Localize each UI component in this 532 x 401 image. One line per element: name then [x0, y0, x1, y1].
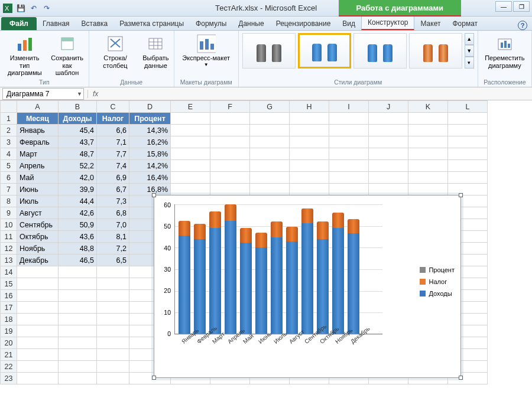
select-data-button[interactable]: Выбрать данные: [141, 33, 170, 70]
cell[interactable]: [329, 125, 369, 136]
chevron-down-icon[interactable]: ▼: [77, 91, 82, 97]
row-header[interactable]: 18: [1, 314, 17, 325]
bar-segment-tax[interactable]: [225, 204, 236, 220]
cell[interactable]: Март: [17, 148, 59, 160]
restore-button[interactable]: ❐: [513, 1, 530, 12]
cell[interactable]: [59, 337, 97, 349]
cell[interactable]: 16,4%: [129, 172, 171, 184]
bar[interactable]: [317, 221, 329, 334]
switch-row-col-button[interactable]: Строка/столбец: [93, 33, 138, 70]
change-chart-type-button[interactable]: Изменить тип диаграммы: [4, 33, 46, 78]
row-header[interactable]: 14: [1, 266, 17, 278]
cell[interactable]: [369, 125, 408, 136]
cell[interactable]: [171, 184, 210, 195]
cell[interactable]: [329, 172, 369, 184]
cell[interactable]: [59, 266, 97, 278]
cell[interactable]: 7,4: [97, 160, 129, 172]
bar-segment-tax[interactable]: [317, 221, 329, 239]
cell[interactable]: 42,0: [59, 172, 97, 184]
cell[interactable]: [290, 136, 329, 148]
cell[interactable]: Май: [17, 172, 59, 184]
cell[interactable]: 6,8: [97, 207, 129, 219]
cell[interactable]: Процент: [129, 113, 171, 125]
tab-formulas[interactable]: Формулы: [190, 17, 232, 30]
cell[interactable]: 15,8%: [129, 148, 171, 160]
bar[interactable]: [301, 208, 313, 334]
cell[interactable]: [448, 160, 488, 172]
bar-segment-income[interactable]: [179, 236, 190, 334]
cell[interactable]: [448, 148, 488, 160]
tab-format[interactable]: Формат: [446, 17, 484, 30]
row-header[interactable]: 11: [1, 231, 17, 243]
cell[interactable]: [369, 148, 408, 160]
cell[interactable]: 7,0: [97, 219, 129, 231]
cell[interactable]: [17, 361, 59, 373]
cell[interactable]: [171, 148, 210, 160]
cell[interactable]: [97, 302, 129, 314]
tab-page-layout[interactable]: Разметка страницы: [113, 17, 190, 30]
cell[interactable]: 16,8%: [129, 184, 171, 195]
cell[interactable]: [369, 172, 408, 184]
cell[interactable]: 7,7: [97, 148, 129, 160]
row-header[interactable]: 7: [1, 184, 17, 195]
col-header-D[interactable]: D: [129, 101, 171, 113]
plot-area[interactable]: [174, 204, 382, 334]
cell[interactable]: [59, 302, 97, 314]
legend-item-income[interactable]: Доходы: [420, 290, 455, 297]
cell[interactable]: [59, 325, 97, 337]
row-header[interactable]: 3: [1, 136, 17, 148]
cell[interactable]: [290, 160, 329, 172]
cell[interactable]: [17, 349, 59, 361]
cell[interactable]: [408, 125, 448, 136]
legend-item-percent[interactable]: Процент: [420, 266, 455, 273]
row-header[interactable]: 12: [1, 243, 17, 255]
cell[interactable]: Ноябрь: [17, 243, 59, 255]
cell[interactable]: [408, 148, 448, 160]
bar[interactable]: [225, 204, 236, 334]
cell[interactable]: [250, 160, 290, 172]
cell[interactable]: Апрель: [17, 160, 59, 172]
row-header[interactable]: 1: [1, 113, 17, 125]
row-header[interactable]: 13: [1, 255, 17, 266]
cell[interactable]: [17, 302, 59, 314]
help-icon[interactable]: ?: [518, 21, 527, 30]
cell[interactable]: Июль: [17, 195, 59, 207]
cell[interactable]: [97, 290, 129, 302]
cell[interactable]: [448, 136, 488, 148]
cell[interactable]: 6,5: [97, 255, 129, 266]
cell[interactable]: 7,2: [97, 243, 129, 255]
cell[interactable]: 46,5: [59, 255, 97, 266]
cell[interactable]: Месяц: [17, 113, 59, 125]
cell[interactable]: 14,3%: [129, 125, 171, 136]
cell[interactable]: 16,2%: [129, 136, 171, 148]
gallery-more-button[interactable]: ▾: [465, 57, 474, 69]
row-header[interactable]: 16: [1, 290, 17, 302]
cell[interactable]: 39,9: [59, 184, 97, 195]
row-header[interactable]: 10: [1, 219, 17, 231]
col-header-B[interactable]: B: [59, 101, 97, 113]
col-header-A[interactable]: A: [17, 101, 59, 113]
undo-icon[interactable]: ↶: [28, 3, 39, 14]
cell[interactable]: [250, 148, 290, 160]
bar-segment-income[interactable]: [255, 247, 267, 334]
cell[interactable]: [17, 290, 59, 302]
cell[interactable]: [329, 148, 369, 160]
cell[interactable]: [59, 290, 97, 302]
cell[interactable]: [369, 160, 408, 172]
resize-handle[interactable]: [459, 193, 463, 197]
cell[interactable]: [290, 184, 329, 195]
resize-handle[interactable]: [152, 193, 156, 197]
bar-segment-income[interactable]: [194, 239, 206, 334]
bar[interactable]: [194, 224, 206, 334]
cell[interactable]: [369, 113, 408, 125]
resize-handle[interactable]: [152, 376, 156, 380]
row-header[interactable]: 4: [1, 148, 17, 160]
cell[interactable]: [290, 172, 329, 184]
cell[interactable]: Февраль: [17, 136, 59, 148]
cell[interactable]: [171, 136, 210, 148]
tab-file[interactable]: Файл: [1, 17, 37, 30]
bar-segment-income[interactable]: [286, 242, 298, 334]
row-header[interactable]: 6: [1, 172, 17, 184]
cell[interactable]: [448, 184, 488, 195]
cell[interactable]: [408, 113, 448, 125]
